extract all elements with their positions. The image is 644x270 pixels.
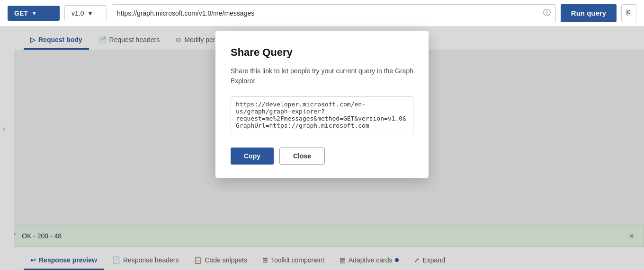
modal-description: Share this link to let people try your c… <box>231 66 413 86</box>
share-button[interactable]: ⎘ <box>621 4 636 22</box>
modal-buttons: Copy Close <box>231 148 413 165</box>
url-input-container: ⓘ <box>112 4 556 22</box>
run-query-button[interactable]: Run query <box>561 4 617 22</box>
method-chevron-icon: ▾ <box>33 10 36 17</box>
modal-title: Share Query <box>231 46 413 59</box>
modal-overlay: Share Query Share this link to let peopl… <box>0 26 644 270</box>
share-icon: ⎘ <box>626 9 631 17</box>
share-url-textarea[interactable] <box>231 96 413 134</box>
version-label: v1.0 <box>72 9 84 17</box>
close-button[interactable]: Close <box>279 148 325 165</box>
url-input[interactable] <box>117 9 543 17</box>
version-dropdown[interactable]: v1.0 ▾ <box>64 5 107 21</box>
toolbar: GET ▾ v1.0 ▾ ⓘ Run query ⎘ <box>0 0 644 26</box>
version-chevron-icon: ▾ <box>89 9 92 17</box>
main-area: ‹ ▷ Request body 📄 Request headers ⊙ Mod… <box>0 26 644 270</box>
info-icon[interactable]: ⓘ <box>543 8 551 18</box>
method-label: GET <box>14 9 28 17</box>
share-query-modal: Share Query Share this link to let peopl… <box>215 31 429 178</box>
method-dropdown[interactable]: GET ▾ <box>8 6 60 21</box>
copy-button[interactable]: Copy <box>231 148 274 165</box>
